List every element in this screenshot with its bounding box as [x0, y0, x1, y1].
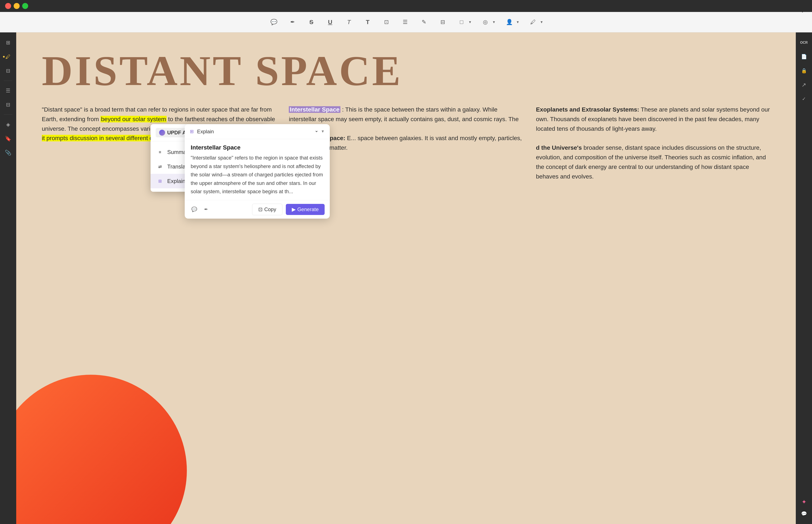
- pencil-toolbar-icon[interactable]: ✎: [419, 17, 429, 27]
- copy-icon: ⊡: [258, 207, 263, 212]
- sidebar-divider-1: [4, 81, 12, 81]
- person-toolbar-icon[interactable]: 👤: [504, 17, 515, 27]
- sidebar-item-layers[interactable]: ◈: [2, 118, 14, 131]
- text-toolbar-icon[interactable]: T: [344, 17, 354, 27]
- ai-brand-label: UPDF AI: [167, 130, 188, 136]
- stamp-toolbar-icon[interactable]: 🖊: [528, 17, 538, 27]
- share-sidebar-icon[interactable]: ↗: [798, 79, 810, 91]
- maximize-button[interactable]: [22, 3, 28, 9]
- explain-term: Interstellar Space: [185, 139, 330, 153]
- copy-label: Copy: [264, 207, 276, 212]
- person-group: 👤 ▼: [504, 17, 520, 27]
- generate-icon: ▶: [292, 207, 296, 212]
- explain-header-icon: ⊞: [190, 129, 194, 134]
- close-button[interactable]: [5, 3, 11, 9]
- shapes-group: □ ▼: [456, 17, 472, 27]
- save-toolbar-icon[interactable]: ⊟: [438, 17, 448, 27]
- sidebar-item-view[interactable]: ⊟: [2, 99, 14, 111]
- copy-button[interactable]: ⊡ Copy: [252, 204, 282, 215]
- traffic-lights: [5, 3, 28, 9]
- sidebar-item-attachment[interactable]: 📎: [2, 147, 14, 159]
- bold-text-toolbar-icon[interactable]: T: [362, 17, 373, 27]
- document-area: DISTANT SPACE "Distant space" is a broad…: [16, 32, 796, 524]
- col3-paragraph: Exoplanets and Extrasolar Systems: These…: [536, 105, 770, 133]
- decorative-circle: [16, 375, 187, 524]
- document-page: DISTANT SPACE "Distant space" is a broad…: [16, 32, 796, 524]
- explain-header: ⊞ Explain Summarize Translate ▼: [185, 124, 330, 139]
- main-layout: ⊞ 🖊 ⊟ ☰ ⊟ ◈ 🔖 📎 DISTANT SPACE "Distant s…: [0, 32, 812, 524]
- person-arrow: ▼: [516, 20, 520, 24]
- draw-arrow: ▼: [492, 20, 496, 24]
- universe-heading: d the Universe's: [536, 144, 582, 151]
- minimize-button[interactable]: [14, 3, 20, 9]
- strikethrough-toolbar-icon[interactable]: S: [306, 17, 316, 27]
- explain-icon: ⊞: [157, 178, 163, 184]
- explain-footer-icons: 💬 ✒: [190, 205, 210, 214]
- explain-label: Explain: [167, 178, 185, 184]
- right-sidebar: OCR 📄 🔒 ↗ ✓ ✦ 💬: [796, 32, 812, 524]
- stamp-arrow: ▼: [540, 20, 543, 24]
- explain-dropdown-arrow: ▼: [321, 129, 325, 134]
- explain-footer-actions: ⊡ Copy ▶ Generate: [252, 204, 325, 215]
- comment-toolbar-icon[interactable]: 💬: [269, 17, 279, 27]
- titlebar: [0, 0, 812, 12]
- list-toolbar-icon[interactable]: ☰: [400, 17, 410, 27]
- main-toolbar: 💬 ✒ S U T T ⊡ ☰ ✎ ⊟ □ ▼ ◎ ▼ 👤 ▼ 🖊 ▼ 🔍: [0, 12, 812, 32]
- explain-mode-select[interactable]: Explain Summarize Translate: [196, 128, 318, 134]
- chat-sidebar-icon[interactable]: 💬: [798, 508, 810, 520]
- document-title: DISTANT SPACE: [42, 49, 770, 92]
- shapes-arrow: ▼: [468, 20, 472, 24]
- highlight-solar-system: beyond our solar system: [100, 116, 166, 122]
- pen-toolbar-icon[interactable]: ✒: [288, 17, 298, 27]
- summarize-icon: ≡: [157, 149, 163, 155]
- explain-comment-icon[interactable]: 💬: [190, 205, 198, 214]
- sidebar-item-bookmark[interactable]: 🔖: [2, 133, 14, 145]
- interstellar-selected-text: Interstellar Space: [289, 106, 340, 113]
- file-sidebar-icon[interactable]: 📄: [798, 51, 810, 63]
- right-sidebar-bottom: ✦ 💬: [798, 496, 810, 520]
- ai-sidebar-icon[interactable]: ✦: [798, 496, 810, 508]
- explain-footer: 💬 ✒ ⊡ Copy ▶ Generate: [185, 200, 330, 218]
- lock-sidebar-icon[interactable]: 🔒: [798, 65, 810, 77]
- generate-label: Generate: [297, 207, 319, 212]
- stamp-group: 🖊 ▼: [528, 17, 543, 27]
- sidebar-item-edit[interactable]: ☰: [2, 85, 14, 97]
- ocr-sidebar-icon[interactable]: OCR: [798, 37, 810, 49]
- explain-pen-icon[interactable]: ✒: [202, 205, 210, 214]
- crop-toolbar-icon[interactable]: ⊡: [381, 17, 392, 27]
- left-sidebar: ⊞ 🖊 ⊟ ☰ ⊟ ◈ 🔖 📎: [0, 32, 16, 524]
- exoplanets-heading: Exoplanets and Extrasolar Systems:: [536, 106, 639, 113]
- underline-toolbar-icon[interactable]: U: [325, 17, 335, 27]
- explain-content: "Interstellar space" refers to the regio…: [185, 153, 330, 200]
- draw-toolbar-icon[interactable]: ◎: [480, 17, 491, 27]
- draw-group: ◎ ▼: [480, 17, 496, 27]
- doc-col-3: Exoplanets and Extrasolar Systems: These…: [536, 105, 770, 181]
- generate-button[interactable]: ▶ Generate: [286, 204, 325, 215]
- sidebar-item-highlight[interactable]: 🖊: [2, 51, 14, 63]
- check-sidebar-icon[interactable]: ✓: [798, 93, 810, 105]
- universe-paragraph: d the Universe's broader sense, distant …: [536, 143, 770, 181]
- shapes-toolbar-icon[interactable]: □: [456, 17, 467, 27]
- translate-icon: ⇄: [157, 163, 163, 170]
- sidebar-item-pages[interactable]: ⊞: [2, 37, 14, 49]
- col2-paragraph: Interstellar Space : This is the space b…: [289, 105, 523, 124]
- explain-popup: ⊞ Explain Summarize Translate ▼ Interste…: [185, 124, 330, 218]
- ai-brand-logo: [159, 130, 165, 136]
- sidebar-item-page2[interactable]: ⊟: [2, 65, 14, 77]
